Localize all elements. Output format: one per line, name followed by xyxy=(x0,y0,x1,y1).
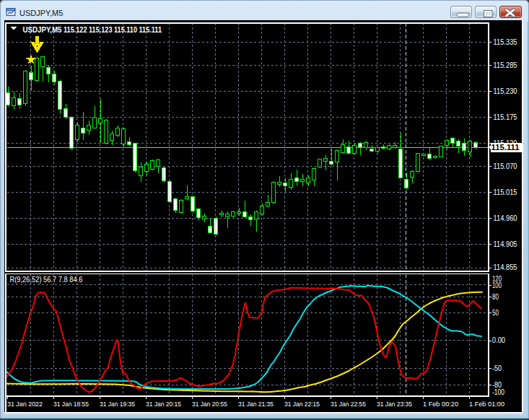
svg-text:31 Jan 22:55: 31 Jan 22:55 xyxy=(331,401,366,408)
svg-text:R(9,26,52) 56.7 7.8 84.6: R(9,26,52) 56.7 7.8 84.6 xyxy=(10,276,83,284)
svg-text:50: 50 xyxy=(492,309,499,317)
svg-text:115.175: 115.175 xyxy=(494,113,517,121)
svg-text:0.00: 0.00 xyxy=(492,336,505,344)
svg-text:1 Feb 01:00: 1 Feb 01:00 xyxy=(469,401,504,408)
svg-text:115.230: 115.230 xyxy=(494,87,517,95)
svg-text:USDJPY,M5: USDJPY,M5 xyxy=(23,25,63,34)
svg-text:115.285: 115.285 xyxy=(494,61,517,69)
svg-text:31 Jan 18:55: 31 Jan 18:55 xyxy=(53,401,89,408)
svg-text:31 Jan 22:15: 31 Jan 22:15 xyxy=(284,401,320,408)
svg-text:31 Jan 2022: 31 Jan 2022 xyxy=(7,401,43,408)
svg-text:115.070: 115.070 xyxy=(494,162,517,170)
svg-text:115.122 115.123 115.110 115.11: 115.122 115.123 115.110 115.111 xyxy=(64,25,162,34)
svg-text:1 Feb 00:20: 1 Feb 00:20 xyxy=(423,401,458,408)
svg-text:31 Jan 20:15: 31 Jan 20:15 xyxy=(146,401,181,408)
svg-text:115.335: 115.335 xyxy=(494,38,517,46)
svg-text:114.855: 114.855 xyxy=(494,263,517,271)
svg-text:31 Jan 20:55: 31 Jan 20:55 xyxy=(192,401,227,408)
svg-text:31 Jan 19:35: 31 Jan 19:35 xyxy=(100,401,135,408)
svg-text:115.015: 115.015 xyxy=(494,188,517,196)
svg-text:-100: -100 xyxy=(492,388,504,396)
svg-text:31 Jan 23:35: 31 Jan 23:35 xyxy=(377,401,412,408)
svg-text:80: 80 xyxy=(492,293,499,301)
svg-text:114.905: 114.905 xyxy=(494,240,517,248)
svg-text:31 Jan 21:35: 31 Jan 21:35 xyxy=(238,401,274,408)
svg-text:114.960: 114.960 xyxy=(494,214,517,222)
svg-text:115.111: 115.111 xyxy=(491,144,520,152)
svg-text:-50: -50 xyxy=(492,364,502,372)
svg-text:100: 100 xyxy=(492,281,502,289)
